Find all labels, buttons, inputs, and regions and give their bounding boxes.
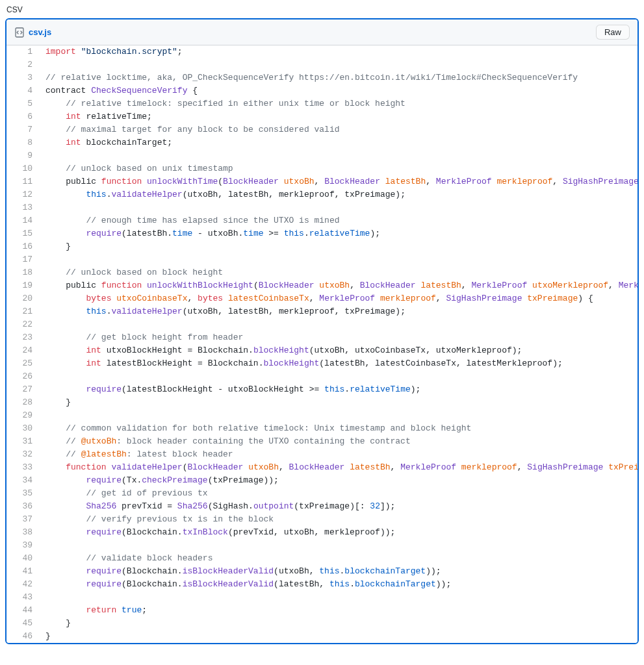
- line-number[interactable]: 27: [6, 383, 39, 396]
- line-content: this.validateHelper(utxoBh, latestBh, me…: [39, 305, 638, 318]
- raw-button[interactable]: Raw: [596, 25, 630, 40]
- code-line: 41 require(Blockchain.isBlockHeaderValid…: [6, 565, 638, 578]
- line-number[interactable]: 36: [6, 500, 39, 513]
- line-number[interactable]: 28: [6, 396, 39, 409]
- line-content: }: [39, 617, 638, 630]
- line-number[interactable]: 19: [6, 279, 39, 292]
- code-line: 40 // validate block headers: [6, 552, 638, 565]
- line-number[interactable]: 44: [6, 604, 39, 617]
- line-number[interactable]: 12: [6, 188, 39, 201]
- line-number[interactable]: 16: [6, 240, 39, 253]
- code-line: 17: [6, 253, 638, 266]
- file-view: csv.js Raw 1import "blockchain.scrypt";2…: [5, 18, 639, 644]
- line-number[interactable]: 5: [6, 97, 39, 110]
- line-number[interactable]: 43: [6, 591, 39, 604]
- line-number[interactable]: 22: [6, 318, 39, 331]
- line-content: return true;: [39, 604, 638, 617]
- line-number[interactable]: 31: [6, 435, 39, 448]
- code-line: 45 }: [6, 617, 638, 630]
- line-number[interactable]: 45: [6, 617, 39, 630]
- line-content: // unlock based on block height: [39, 266, 638, 279]
- line-number[interactable]: 14: [6, 214, 39, 227]
- line-number[interactable]: 15: [6, 227, 39, 240]
- code-line: 5 // relative timelock: specified in eit…: [6, 97, 638, 110]
- line-content: }: [39, 240, 638, 253]
- line-number[interactable]: 7: [6, 123, 39, 136]
- line-number[interactable]: 2: [6, 58, 39, 71]
- line-number[interactable]: 26: [6, 370, 39, 383]
- line-number[interactable]: 34: [6, 474, 39, 487]
- line-number[interactable]: 9: [6, 149, 39, 162]
- line-number[interactable]: 46: [6, 630, 39, 643]
- line-content: // enough time has elapsed since the UTX…: [39, 214, 638, 227]
- line-number[interactable]: 18: [6, 266, 39, 279]
- line-number[interactable]: 38: [6, 526, 39, 539]
- code-line: 14 // enough time has elapsed since the …: [6, 214, 638, 227]
- line-content: [39, 253, 638, 266]
- line-number[interactable]: 8: [6, 136, 39, 149]
- line-number[interactable]: 3: [6, 71, 39, 84]
- line-number[interactable]: 41: [6, 565, 39, 578]
- page-title: CSV: [5, 5, 639, 14]
- code-line: 20 bytes utxoCoinbaseTx, bytes latestCoi…: [6, 292, 638, 305]
- line-number[interactable]: 35: [6, 487, 39, 500]
- code-line: 3// relative locktime, aka, OP_CheckSequ…: [6, 71, 638, 84]
- line-content: bytes utxoCoinbaseTx, bytes latestCoinba…: [39, 292, 638, 305]
- line-content: Sha256 prevTxid = Sha256(SigHash.outpoin…: [39, 500, 638, 513]
- line-content: [39, 201, 638, 214]
- line-content: require(Blockchain.isBlockHeaderValid(la…: [39, 578, 638, 591]
- file-name-link[interactable]: csv.js: [29, 27, 51, 37]
- code-line: 39: [6, 539, 638, 552]
- line-content: int utxoBlockHeight = Blockchain.blockHe…: [39, 344, 638, 357]
- code-line: 35 // get id of previous tx: [6, 487, 638, 500]
- line-number[interactable]: 21: [6, 305, 39, 318]
- line-number[interactable]: 32: [6, 448, 39, 461]
- line-number[interactable]: 37: [6, 513, 39, 526]
- code-scroll-area[interactable]: 1import "blockchain.scrypt";2 3// relati…: [6, 45, 638, 643]
- line-content: // get id of previous tx: [39, 487, 638, 500]
- line-content: // relative locktime, aka, OP_CheckSeque…: [39, 71, 638, 84]
- code-line: 37 // verify previous tx is in the block: [6, 513, 638, 526]
- line-content: contract CheckSequenceVerify {: [39, 84, 638, 97]
- code-line: 30 // common validation for both relativ…: [6, 422, 638, 435]
- line-number[interactable]: 39: [6, 539, 39, 552]
- code-line: 22: [6, 318, 638, 331]
- line-number[interactable]: 13: [6, 201, 39, 214]
- code-line: 28 }: [6, 396, 638, 409]
- line-number[interactable]: 10: [6, 162, 39, 175]
- horizontal-scrollbar[interactable]: [5, 644, 639, 653]
- line-number[interactable]: 1: [6, 45, 39, 58]
- line-content: int blockchainTarget;: [39, 136, 638, 149]
- line-number[interactable]: 42: [6, 578, 39, 591]
- code-line: 11 public function unlockWithTime(BlockH…: [6, 175, 638, 188]
- code-line: 32 // @latestBh: latest block header: [6, 448, 638, 461]
- code-line: 38 require(Blockchain.txInBlock(prevTxid…: [6, 526, 638, 539]
- code-line: 34 require(Tx.checkPreimage(txPreimage))…: [6, 474, 638, 487]
- code-line: 18 // unlock based on block height: [6, 266, 638, 279]
- line-number[interactable]: 23: [6, 331, 39, 344]
- line-number[interactable]: 24: [6, 344, 39, 357]
- code-line: 44 return true;: [6, 604, 638, 617]
- line-content: public function unlockWithBlockHeight(Bl…: [39, 279, 638, 292]
- line-content: [39, 539, 638, 552]
- code-line: 19 public function unlockWithBlockHeight…: [6, 279, 638, 292]
- code-line: 31 // @utxoBh: block header containing t…: [6, 435, 638, 448]
- code-line: 16 }: [6, 240, 638, 253]
- line-number[interactable]: 20: [6, 292, 39, 305]
- line-number[interactable]: 11: [6, 175, 39, 188]
- code-file-icon: [14, 27, 25, 38]
- code-line: 15 require(latestBh.time - utxoBh.time >…: [6, 227, 638, 240]
- line-content: int relativeTime;: [39, 110, 638, 123]
- line-number[interactable]: 29: [6, 409, 39, 422]
- line-number[interactable]: 30: [6, 422, 39, 435]
- line-number[interactable]: 4: [6, 84, 39, 97]
- line-number[interactable]: 40: [6, 552, 39, 565]
- line-number[interactable]: 6: [6, 110, 39, 123]
- line-number[interactable]: 17: [6, 253, 39, 266]
- line-content: int latestBlockHeight = Blockchain.block…: [39, 357, 638, 370]
- code-line: 33 function validateHelper(BlockHeader u…: [6, 461, 638, 474]
- line-content: require(Blockchain.txInBlock(prevTxid, u…: [39, 526, 638, 539]
- line-content: require(Tx.checkPreimage(txPreimage));: [39, 474, 638, 487]
- line-number[interactable]: 25: [6, 357, 39, 370]
- line-number[interactable]: 33: [6, 461, 39, 474]
